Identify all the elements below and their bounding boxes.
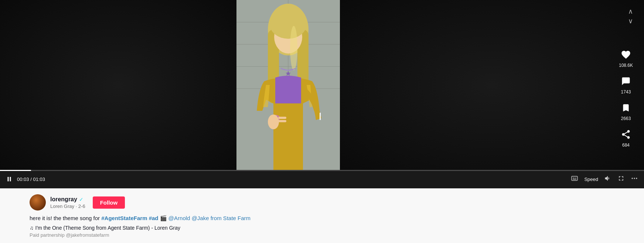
avatar[interactable]: [30, 194, 46, 211]
author-row: lorengray ✓ Loren Gray · 2-6 Follow: [30, 194, 614, 211]
video-dark-right: [340, 0, 644, 170]
metadata-area: lorengray ✓ Loren Gray · 2-6 Follow here…: [0, 188, 644, 243]
author-info: lorengray ✓ Loren Gray · 2-6: [50, 196, 85, 209]
comment-button[interactable]: 1743: [619, 75, 633, 95]
mention-arnold[interactable]: @Arnold: [168, 215, 190, 221]
bookmark-count: 2663: [621, 116, 631, 121]
speed-button[interactable]: Speed: [584, 177, 598, 182]
svg-point-10: [270, 9, 307, 39]
svg-point-24: [632, 178, 633, 179]
svg-point-14: [268, 114, 279, 129]
svg-point-26: [636, 178, 637, 179]
nav-arrows: ∧ ∨: [628, 7, 633, 25]
hashtag-agentstatefarm[interactable]: #AgentStateFarm: [101, 215, 147, 221]
video-player: ∧ ∨ 108.6K 1743: [0, 0, 644, 170]
svg-rect-15: [277, 120, 286, 122]
share-button[interactable]: 684: [619, 128, 633, 148]
bookmark-button[interactable]: 2663: [619, 101, 633, 121]
svg-point-25: [634, 178, 635, 179]
heart-icon: [619, 48, 633, 61]
nav-down-arrow[interactable]: ∨: [628, 17, 633, 25]
controls-right: Speed: [571, 175, 638, 184]
desc-text-before: here it is! the theme song for: [30, 215, 101, 221]
svg-rect-18: [8, 177, 9, 181]
svg-rect-17: [320, 113, 321, 120]
fullscreen-icon[interactable]: [617, 175, 625, 184]
music-row: ♫ I'm the One (Theme Song from Agent Sta…: [30, 225, 614, 231]
current-time: 00:03: [17, 177, 29, 182]
comment-icon: [619, 75, 633, 88]
like-count: 108.6K: [619, 63, 633, 68]
more-options-icon[interactable]: [631, 175, 638, 184]
svg-point-11: [290, 26, 297, 70]
total-time: 01:03: [33, 177, 45, 182]
nav-up-arrow[interactable]: ∧: [628, 7, 633, 16]
video-description: here it is! the theme song for #AgentSta…: [30, 214, 614, 223]
pause-button[interactable]: [6, 176, 13, 182]
mention-jake[interactable]: @Jake from State Farm: [192, 215, 251, 221]
bookmark-icon: [619, 101, 633, 114]
avatar-image: [30, 194, 46, 211]
music-note-icon: ♫: [30, 225, 34, 231]
music-title[interactable]: I'm the One (Theme Song from Agent State…: [35, 225, 181, 231]
progress-bar-wrapper[interactable]: [0, 170, 644, 171]
partnership-disclosure: Paid partnership @jakefromstatefarm: [30, 232, 614, 238]
hashtag-ad[interactable]: #ad: [149, 215, 159, 221]
author-username[interactable]: lorengray: [50, 196, 77, 203]
video-dark-left: [0, 0, 236, 170]
video-center-frame: [236, 0, 340, 170]
verified-icon: ✓: [79, 196, 84, 202]
author-subinfo: Loren Gray · 2-6: [50, 203, 85, 209]
video-controls-bar: 00:03 / 01:03 Speed: [0, 170, 644, 188]
svg-rect-16: [278, 117, 286, 119]
follow-button[interactable]: Follow: [93, 196, 125, 209]
volume-icon[interactable]: [604, 175, 611, 184]
subtitle-icon[interactable]: [571, 175, 578, 183]
page-wrapper: ∧ ∨ 108.6K 1743: [0, 0, 644, 243]
author-name-row: lorengray ✓: [50, 196, 85, 203]
share-icon: [619, 128, 633, 141]
desc-emoji: 🎬: [159, 215, 168, 221]
video-actions: 108.6K 1743 2663: [619, 48, 633, 148]
progress-bar-fill: [0, 170, 31, 171]
svg-rect-19: [10, 177, 11, 181]
like-button[interactable]: 108.6K: [619, 48, 633, 68]
comment-count: 1743: [621, 89, 631, 95]
share-count: 684: [622, 143, 630, 148]
time-display: 00:03 / 01:03: [17, 177, 45, 182]
